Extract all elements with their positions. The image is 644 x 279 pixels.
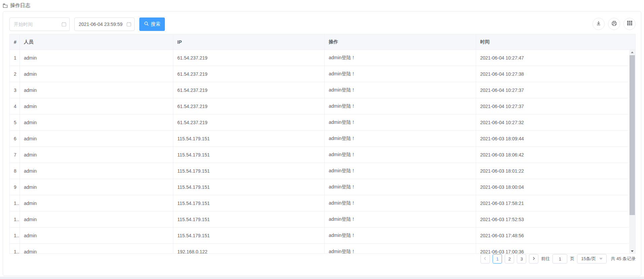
page-title: 操作日志: [3, 2, 30, 9]
cell-time: 2021-06-03 17:52:53: [476, 211, 629, 227]
end-time-picker[interactable]: [74, 18, 135, 31]
download-icon: [596, 21, 601, 27]
start-time-input[interactable]: [9, 18, 70, 31]
cell-time: 2021-06-04 10:27:32: [476, 114, 629, 130]
cell-time: 2021-06-03 17:00:36: [476, 244, 629, 254]
table-header: # 人员 IP 操作 时间: [10, 34, 635, 50]
table-row: 4 admin 61.54.237.219 admin登陆！ 2021-06-0…: [10, 98, 629, 114]
cell-ip: 115.54.179.151: [173, 163, 325, 179]
column-header-time: 时间: [476, 34, 635, 49]
cell-user: admin: [20, 179, 173, 195]
cell-operation: admin登陆！: [325, 228, 476, 243]
cell-index: 1...: [10, 195, 20, 211]
cell-operation: admin登陆！: [325, 147, 476, 163]
chevron-left-icon: [483, 256, 488, 262]
column-header-ip: IP: [173, 34, 325, 49]
scroll-down-arrow-icon[interactable]: [629, 249, 635, 254]
table-row: 3 admin 61.54.237.219 admin登陆！ 2021-06-0…: [10, 82, 629, 98]
cell-user: admin: [20, 131, 173, 146]
cell-user: admin: [20, 244, 173, 254]
cell-ip: 61.54.237.219: [173, 66, 325, 82]
goto-page-input[interactable]: [552, 254, 567, 264]
scroll-up-arrow-icon[interactable]: [629, 50, 635, 55]
column-header-operation: 操作: [325, 34, 476, 49]
cell-user: admin: [20, 228, 173, 243]
cell-ip: 115.54.179.151: [173, 179, 325, 195]
log-table: # 人员 IP 操作 时间 1 admin 61.54.237.219 admi…: [9, 34, 636, 254]
cell-user: admin: [20, 114, 173, 130]
print-button[interactable]: [608, 18, 620, 30]
goto-suffix: 页: [570, 256, 574, 262]
column-header-index: #: [10, 34, 20, 49]
cell-ip: 61.54.237.219: [173, 98, 325, 114]
cell-operation: admin登陆！: [325, 98, 476, 114]
cell-time: 2021-06-03 17:48:56: [476, 228, 629, 243]
table-row: 2 admin 61.54.237.219 admin登陆！ 2021-06-0…: [10, 66, 629, 82]
printer-icon: [611, 21, 617, 28]
cell-time: 2021-06-03 18:01:22: [476, 163, 629, 179]
cell-ip: 61.54.237.219: [173, 114, 325, 130]
cell-ip: 61.54.237.219: [173, 50, 325, 66]
cell-user: admin: [20, 50, 173, 66]
table-row: 5 admin 61.54.237.219 admin登陆！ 2021-06-0…: [10, 114, 629, 131]
page-background-strip: [0, 277, 644, 279]
cell-operation: admin登陆！: [325, 179, 476, 195]
table-row: 9 admin 115.54.179.151 admin登陆！ 2021-06-…: [10, 179, 629, 195]
page-button-3[interactable]: 3: [517, 254, 526, 264]
scrollbar-thumb[interactable]: [630, 55, 635, 215]
search-button[interactable]: 搜索: [139, 18, 165, 31]
cell-index: 1...: [10, 244, 20, 254]
cell-time: 2021-06-04 10:27:47: [476, 50, 629, 66]
page-size-value: 15条/页: [581, 256, 596, 262]
cell-time: 2021-06-04 10:27:37: [476, 82, 629, 98]
cell-user: admin: [20, 66, 173, 82]
table-row: 7 admin 115.54.179.151 admin登陆！ 2021-06-…: [10, 147, 629, 163]
cell-index: 1...: [10, 228, 20, 243]
cell-ip: 61.54.237.219: [173, 82, 325, 98]
folder-icon: [3, 3, 8, 8]
table-scrollbar[interactable]: [629, 50, 635, 254]
cell-operation: admin登陆！: [325, 66, 476, 82]
end-time-input[interactable]: [74, 18, 135, 31]
cell-index: 5: [10, 114, 20, 130]
cell-index: 1...: [10, 211, 20, 227]
cell-index: 7: [10, 147, 20, 163]
table-row: 1... admin 115.54.179.151 admin登陆！ 2021-…: [10, 195, 629, 211]
page-button-1[interactable]: 1: [493, 254, 502, 264]
cell-index: 6: [10, 131, 20, 146]
page-button-2[interactable]: 2: [505, 254, 514, 264]
cell-time: 2021-06-04 10:27:37: [476, 98, 629, 114]
cell-operation: admin登陆！: [325, 50, 476, 66]
next-page-button[interactable]: [529, 254, 538, 264]
cell-ip: 192.168.0.122: [173, 244, 325, 254]
content-card: 搜索: [3, 11, 641, 276]
table-actions: [593, 18, 636, 30]
cell-operation: admin登陆！: [325, 131, 476, 146]
cell-user: admin: [20, 147, 173, 163]
cell-index: 2: [10, 66, 20, 82]
search-icon: [144, 21, 149, 27]
download-button[interactable]: [593, 18, 605, 30]
total-records: 共 45 条记录: [611, 256, 636, 262]
cell-time: 2021-06-04 10:27:38: [476, 66, 629, 82]
cell-operation: admin登陆！: [325, 195, 476, 211]
cell-index: 1: [10, 50, 20, 66]
cell-operation: admin登陆！: [325, 82, 476, 98]
page-size-select[interactable]: 15条/页: [577, 254, 607, 264]
search-toolbar: 搜索: [9, 18, 165, 31]
column-header-user: 人员: [20, 34, 173, 49]
cell-ip: 115.54.179.151: [173, 195, 325, 211]
prev-page-button[interactable]: [480, 254, 490, 264]
cell-operation: admin登陆！: [325, 244, 476, 254]
cell-user: admin: [20, 82, 173, 98]
cell-time: 2021-06-03 18:06:42: [476, 147, 629, 163]
table-row: 1... admin 115.54.179.151 admin登陆！ 2021-…: [10, 211, 629, 228]
start-time-picker[interactable]: [9, 18, 70, 31]
columns-button[interactable]: [623, 18, 636, 30]
cell-ip: 115.54.179.151: [173, 147, 325, 163]
cell-ip: 115.54.179.151: [173, 131, 325, 146]
cell-operation: admin登陆！: [325, 114, 476, 130]
cell-index: 8: [10, 163, 20, 179]
cell-user: admin: [20, 211, 173, 227]
cell-ip: 115.54.179.151: [173, 211, 325, 227]
